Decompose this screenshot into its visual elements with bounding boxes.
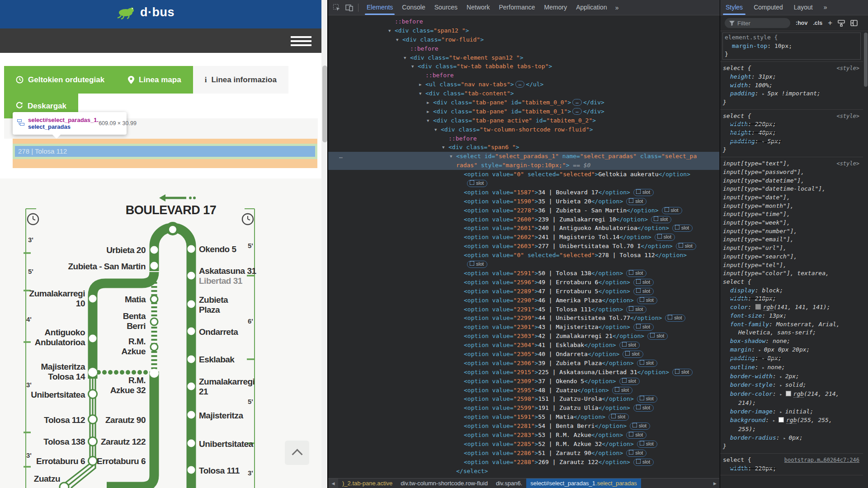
dom-tree-row[interactable]: <option value="2285">52 | R.M. Azkue 32<… [328, 440, 719, 449]
devtools-tab-memory[interactable]: Memory [540, 0, 572, 15]
dom-tree-row[interactable]: <option value="2305">40 | Ondarreta</opt… [328, 350, 719, 359]
tab-geltokien-ordutegiak[interactable]: Geltokien ordutegiak [4, 66, 116, 94]
dom-tree-row[interactable]: ::before [328, 44, 719, 53]
site-logo[interactable]: d·bus [117, 5, 175, 19]
new-style-rule-button[interactable]: + [828, 19, 832, 28]
map-stop-label: Berri [127, 321, 146, 331]
dom-tree-row[interactable]: slot [328, 260, 719, 269]
dom-tree-row[interactable]: <option value="2303">42 | Zumalakarregi … [328, 332, 719, 341]
breadcrumb-item[interactable]: )_2.tab-pane.active [338, 479, 396, 488]
dom-tree-row[interactable]: <option value="2596">49 | Errotaburu 6</… [328, 278, 719, 287]
breadcrumb-item[interactable]: div.tw-column-shortcode.row-fluid [396, 479, 492, 488]
dom-tree-row[interactable]: <option value="2278">36 | Zubieta - San … [328, 206, 719, 215]
dom-tree-row[interactable]: ▼<div class="span12 "> [328, 26, 719, 35]
device-toolbar-icon[interactable] [345, 4, 354, 11]
dom-tree-row[interactable]: <option value="0" selected="selected">Ge… [328, 170, 719, 179]
tab-linea-informazioa[interactable]: i Linea informazioa [193, 66, 288, 94]
styles-scrollbar-thumb[interactable] [864, 33, 868, 87]
devtools-tab-console[interactable]: Console [397, 0, 429, 15]
dom-tree-row[interactable]: ▼<div class="tw-element span12 "> [328, 53, 719, 62]
devtools-tab-network[interactable]: Network [462, 0, 494, 15]
dom-tree-row[interactable]: ▼<div class="tab-pane active" id="tabite… [328, 116, 719, 125]
dom-tree-row[interactable]: slot [328, 179, 719, 188]
dom-tree-row[interactable]: <option value="2598">151 | Zuatzu-Urola<… [328, 394, 719, 404]
dom-tree-row[interactable]: ::before [328, 71, 719, 80]
dom-tree-row[interactable]: <option value="2306">39 | Zubieta Plaza<… [328, 359, 719, 368]
paint-brush-icon[interactable] [838, 20, 845, 27]
dom-tree-row[interactable]: ::before [328, 134, 719, 143]
color-swatch[interactable] [778, 417, 784, 422]
color-swatch[interactable] [786, 391, 791, 396]
dom-tree-row[interactable]: <option value="2283">53 | R.M. Azkue</op… [328, 431, 719, 440]
css-rule[interactable]: <style>input[type="text"],input[type="pa… [720, 157, 863, 454]
hamburger-menu-icon[interactable] [291, 36, 311, 48]
dom-tree-row[interactable]: <option value="2595">48 | Zuatzu</option… [328, 386, 719, 395]
dom-tree-row[interactable]: <option value="1591">55 | Matia</option>… [328, 413, 719, 422]
dom-tree-row-selected[interactable]: radas" style="margin-top:10px;"> == $0 [328, 161, 719, 170]
dom-tree-row[interactable]: </select> [328, 467, 719, 476]
css-rule[interactable]: <style>select {width: 220px;height: 40px… [720, 110, 863, 158]
devtools-tab-performance[interactable]: Performance [494, 0, 539, 15]
dom-tree-row[interactable]: ▼<div class="tab-content"> [328, 89, 719, 98]
dom-tree-row[interactable]: <option value="2301">43 | Majisteritza</… [328, 323, 719, 332]
dom-tree-row[interactable]: ▶<div class="tab-pane" id="tabitem_0_1">… [328, 107, 719, 116]
styles-filter-input[interactable]: Filter [725, 18, 790, 28]
dom-tree-row[interactable]: <option value="2600">239 | Zumalakarregi… [328, 215, 719, 224]
toggle-element-classes[interactable]: .cls [813, 20, 822, 26]
dom-tree-row[interactable]: <option value="2289">47 | Errotaburu 5</… [328, 287, 719, 296]
dom-tree-row[interactable]: <option value="2288">269 | Zarautz 122</… [328, 458, 719, 467]
breadcrumb-item[interactable]: div.span6. [492, 479, 526, 488]
dom-tree-row[interactable]: <option value="2591">50 | Tolosa 138</op… [328, 269, 719, 278]
dom-tree-row[interactable]: ▼<div class="tw-column-shortcode row-flu… [328, 125, 719, 134]
css-rule[interactable]: element.style {margin-top: 10px;} [720, 31, 863, 62]
css-rule[interactable]: bootstrap.m…60264c7:246select {width: 22… [720, 454, 863, 475]
breadcrumb-scroll-left[interactable]: ◀ [328, 479, 338, 488]
dom-tree-row[interactable]: <option value="2286">51 | Zarautz 90</op… [328, 449, 719, 458]
dom-tree-row[interactable]: ▶<div class="tab-pane" id="tabitem_0_0">… [328, 98, 719, 107]
devtools-tab-application[interactable]: Application [571, 0, 612, 15]
sidebar-tab-styles[interactable]: Styles [720, 0, 748, 15]
dom-tree-row[interactable]: ▼<div class="tw-tab tabbable tabs-top"> [328, 62, 719, 71]
devtools-tab-sources[interactable]: Sources [430, 0, 462, 15]
color-swatch[interactable] [755, 304, 761, 310]
dom-tree-row[interactable]: <option value="2601">240 | Antiguoko Anb… [328, 224, 719, 233]
map-stop-label: Ondarreta [199, 327, 238, 337]
stylesheet-link[interactable]: <style> [836, 112, 859, 121]
dom-tree-row[interactable]: <option value="0" selected="selected">27… [328, 251, 719, 260]
sidebar-more-tabs[interactable]: » [818, 0, 833, 15]
dom-tree-row[interactable]: <option value="2603">277 | Unibertsitate… [328, 242, 719, 251]
dom-tree-row[interactable]: <option value="2281">54 | Benta Berri</o… [328, 422, 719, 431]
stylesheet-link[interactable]: <style> [836, 160, 859, 168]
dom-tree-row[interactable]: <option value="2299">44 | Unibertsitatea… [328, 314, 719, 323]
stylesheet-link[interactable]: bootstrap.m…60264c7:246 [784, 456, 859, 465]
tab-linea-mapa[interactable]: Linea mapa [116, 66, 193, 94]
dom-tree-row[interactable]: <option value="2291">45 | Tolosa 111</op… [328, 305, 719, 314]
scroll-to-top-button[interactable] [285, 441, 309, 465]
toggle-hover-state[interactable]: :hov [796, 20, 807, 26]
inspect-icon[interactable] [333, 4, 341, 12]
more-tabs-button[interactable]: » [612, 4, 623, 11]
css-rule[interactable]: <style>select {height: 31px;width: 100%;… [720, 62, 863, 110]
dom-tree-row[interactable]: ▼<div class="row-fluid"> [328, 35, 719, 44]
scrollbar-thumb[interactable] [322, 66, 327, 142]
dom-tree-row[interactable]: <option value="1590">35 | Urbieta 20</op… [328, 197, 719, 206]
dom-tree-row[interactable]: ▼<div class="span6 "> [328, 143, 719, 152]
breadcrumb-scroll-right[interactable]: ▶ [713, 481, 719, 486]
devtools-tab-elements[interactable]: Elements [362, 0, 397, 15]
dom-tree-row[interactable]: <option value="2915">225 | Askatasuna/Li… [328, 368, 719, 377]
dom-tree-row-selected[interactable]: …▼<select id="select_paradas_1" name="se… [328, 152, 719, 161]
stop-select[interactable]: 278 | Tolosa 112 [15, 146, 315, 157]
dom-tree-row[interactable]: ▶<ul class="nav nav-tabs">…</ul> [328, 80, 719, 89]
dom-tree-row[interactable]: <option value="2304">41 | Esklabak</opti… [328, 341, 719, 350]
dom-tree-row[interactable]: <option value="1587">34 | Boulevard 17</… [328, 188, 719, 197]
computed-panel-icon[interactable] [850, 20, 858, 26]
dom-tree-row[interactable]: <option value="2599">191 | Zuatzu Ulía</… [328, 404, 719, 413]
stylesheet-link[interactable]: <style> [836, 64, 859, 73]
dom-tree-row[interactable]: <option value="2309">37 | Okendo 5</opti… [328, 377, 719, 386]
breadcrumb-item[interactable]: select#select_paradas_1.select_paradas [526, 479, 641, 488]
dom-tree-row[interactable]: <option value="2602">241 | Magisterio To… [328, 233, 719, 242]
sidebar-tab-layout[interactable]: Layout [788, 0, 818, 15]
dom-tree-row[interactable]: <option value="2290">46 | Amerika Plaza<… [328, 296, 719, 305]
dom-tree-row[interactable]: ::before [328, 17, 719, 26]
sidebar-tab-computed[interactable]: Computed [748, 0, 788, 15]
